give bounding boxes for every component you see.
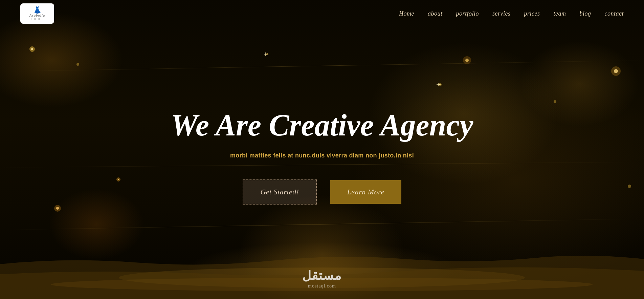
logo[interactable]: 👗 Arabella CHIRE [20,3,54,24]
nav-blog[interactable]: blog [580,10,591,17]
hero-content: We Are Creative Agency morbi matties fel… [171,108,473,205]
logo-icon: 👗 [33,6,42,13]
nav-prices[interactable]: prices [524,10,540,17]
watermark-arabic: مستقل [302,269,342,283]
logo-sub: CHIRE [31,18,43,21]
learn-more-button[interactable]: Learn More [330,180,401,204]
hero-section: 👗 Arabella CHIRE Home about portfolio se… [0,0,644,299]
logo-name: Arabella [29,13,45,18]
nav-portfolio[interactable]: portfolio [456,10,479,17]
nav-home[interactable]: Home [399,10,414,17]
get-started-button[interactable]: Get Started! [243,179,316,205]
nav-servies[interactable]: servies [492,10,510,17]
watermark: مستقل mostaql.com [302,269,342,289]
hero-buttons: Get Started! Learn More [171,179,473,205]
nav-team[interactable]: team [554,10,566,17]
nav-contact[interactable]: contact [605,10,624,17]
hero-title: We Are Creative Agency [171,108,473,142]
nav-about[interactable]: about [428,10,443,17]
navbar: 👗 Arabella CHIRE Home about portfolio se… [0,0,644,27]
hero-subtitle: morbi matties felis at nunc.duis viverra… [171,152,473,159]
watermark-url: mostaql.com [302,283,342,289]
main-nav: Home about portfolio servies prices team… [399,10,624,17]
